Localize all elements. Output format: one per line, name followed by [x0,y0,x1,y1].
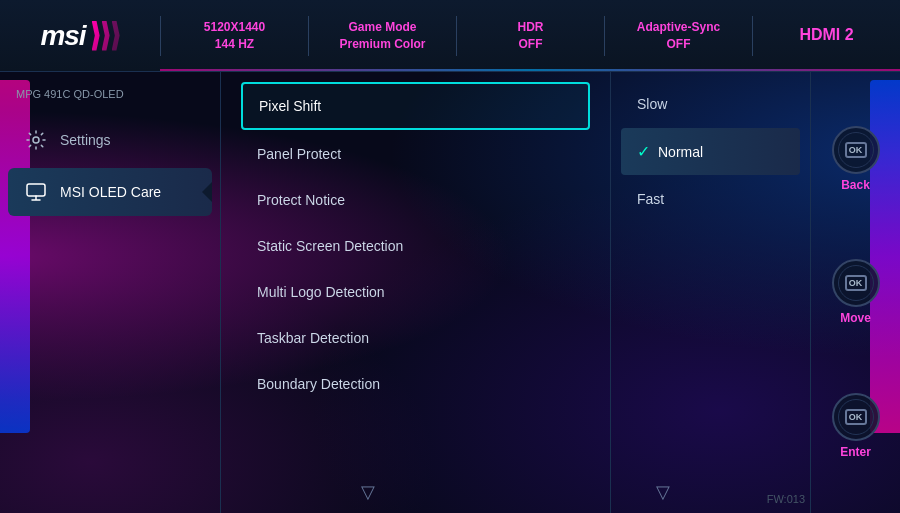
menu-item-boundary[interactable]: Boundary Detection [241,362,590,406]
menu-item-static-screen[interactable]: Static Screen Detection [241,224,590,268]
stat-gamemode: Game ModePremium Color [309,19,456,53]
move-label: Move [840,311,871,325]
hdmi-label: HDMI 2 [763,24,890,46]
sidebar-item-msi-oled-care[interactable]: MSI OLED Care [8,168,212,216]
menu-item-taskbar[interactable]: Taskbar Detection [241,316,590,360]
scroll-arrow-down-menu: ▽ [361,481,375,503]
enter-ok-text: OK [849,412,863,422]
chevron-3 [112,21,120,51]
menu-item-pixel-shift[interactable]: Pixel Shift [241,82,590,130]
menu-item-protect-notice[interactable]: Protect Notice [241,178,590,222]
stat-adaptive: Adaptive-SyncOFF [605,19,752,53]
monitor-model: MPG 491C QD-OLED [0,84,220,112]
main-content: MPG 491C QD-OLED Settings MSI OLED Care [0,72,900,513]
fast-label: Fast [637,191,664,207]
enter-button[interactable]: OK Enter [832,393,880,459]
options-panel: Slow ✓ Normal Fast [610,72,810,513]
enter-btn-circle: OK [832,393,880,441]
panel-protect-label: Panel Protect [257,146,341,162]
header-info: 5120X1440144 HZ Game ModePremium Color H… [161,16,900,56]
stat-hdr: HDROFF [457,19,604,53]
boundary-label: Boundary Detection [257,376,380,392]
msi-text: msi [40,20,85,52]
back-btn-inner: OK [845,142,867,158]
svg-rect-1 [27,184,45,196]
hdr-label: HDROFF [467,19,594,53]
menu-panel: Pixel Shift Panel Protect Protect Notice… [220,72,610,513]
protect-notice-label: Protect Notice [257,192,345,208]
taskbar-label: Taskbar Detection [257,330,369,346]
stat-hdmi: HDMI 2 [753,24,900,46]
chevron-2 [102,21,110,51]
checkmark-icon: ✓ [637,142,650,161]
settings-label: Settings [60,132,111,148]
controls-panel: OK Back OK Move OK Enter [810,72,900,513]
gamemode-label: Game ModePremium Color [319,19,446,53]
option-fast[interactable]: Fast [621,177,800,221]
multi-logo-label: Multi Logo Detection [257,284,385,300]
header: msi 5120X1440144 HZ Game ModePremium Col… [0,0,900,72]
pixel-shift-label: Pixel Shift [259,98,321,114]
controls-spacer [810,481,900,503]
back-btn-circle: OK [832,126,880,174]
logo-area: msi [0,20,160,52]
move-button[interactable]: OK Move [832,259,880,325]
back-button[interactable]: OK Back [832,126,880,192]
header-accent-line [160,69,900,71]
normal-label: Normal [658,144,703,160]
svg-point-0 [33,137,39,143]
move-btn-inner: OK [845,275,867,291]
move-btn-circle: OK [832,259,880,307]
msi-chevrons [92,21,120,51]
adaptive-label: Adaptive-SyncOFF [615,19,742,53]
bottom-bar: ▽ ▽ [0,481,900,503]
chevron-1 [92,21,100,51]
back-ok-text: OK [849,145,863,155]
move-ok-text: OK [849,278,863,288]
menu-item-multi-logo[interactable]: Multi Logo Detection [241,270,590,314]
monitor-icon [24,180,48,204]
stat-resolution: 5120X1440144 HZ [161,19,308,53]
scroll-indicator-menu: ▽ [220,481,515,503]
static-screen-label: Static Screen Detection [257,238,403,254]
sidebar: MPG 491C QD-OLED Settings MSI OLED Care [0,72,220,513]
oled-care-label: MSI OLED Care [60,184,161,200]
firmware-version: FW:013 [767,493,805,505]
enter-label: Enter [840,445,871,459]
option-normal[interactable]: ✓ Normal [621,128,800,175]
enter-btn-inner: OK [845,409,867,425]
gear-icon [24,128,48,152]
option-slow[interactable]: Slow [621,82,800,126]
back-label: Back [841,178,870,192]
sidebar-item-settings[interactable]: Settings [8,116,212,164]
msi-logo: msi [40,20,119,52]
resolution-label: 5120X1440144 HZ [171,19,298,53]
slow-label: Slow [637,96,667,112]
scroll-arrow-down-options: ▽ [656,481,670,503]
menu-item-panel-protect[interactable]: Panel Protect [241,132,590,176]
